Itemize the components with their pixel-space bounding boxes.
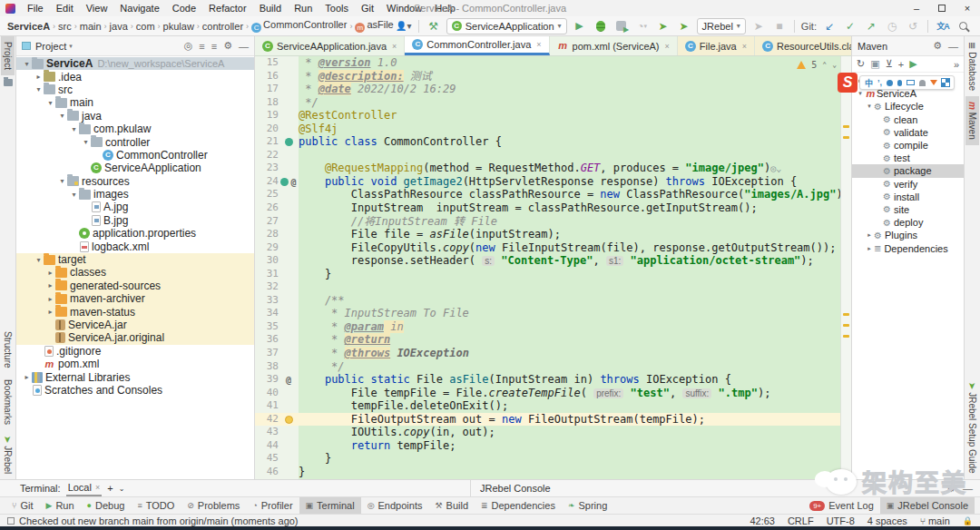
sogou-chinese-mode-icon[interactable]: 中	[865, 77, 873, 89]
tree-chevron-icon[interactable]: ▸	[45, 308, 55, 316]
breadcrumb-item[interactable]: main	[78, 21, 103, 32]
debug-button[interactable]	[593, 18, 609, 34]
sogou-toolbox-icon[interactable]	[942, 79, 949, 86]
maven-item-install[interactable]: ⚙install	[852, 191, 964, 203]
tree-chevron-icon[interactable]: ▾	[57, 112, 67, 120]
toolwindow-button-run[interactable]: ▶Run	[39, 497, 80, 514]
toolwindow-button-jrebel-console[interactable]: ▣JRebel Console	[880, 497, 975, 514]
toolwindow-button-profiler[interactable]: ◔Profiler	[246, 497, 299, 514]
toolwindow-button-todo[interactable]: ≡TODO	[131, 497, 181, 514]
toolwindow-button-spring[interactable]: ❧Spring	[562, 497, 613, 514]
tree-chevron-icon[interactable]: ▾	[57, 177, 67, 185]
menu-navigate[interactable]: Navigate	[113, 3, 165, 14]
maven-item-lifecycle[interactable]: ▾⚙Lifecycle	[852, 100, 964, 113]
sogou-account-icon[interactable]	[919, 80, 926, 86]
toolwindow-button-event-log[interactable]: 9+Event Log	[803, 497, 880, 514]
maven-item-package[interactable]: ⚙package	[852, 164, 964, 177]
tree-item-servicea-jar[interactable]: ServiceA.jar	[16, 319, 254, 331]
tree-item-commoncontroller[interactable]: CCommonController	[16, 149, 254, 162]
menu-git[interactable]: Git	[355, 3, 380, 14]
tree-item-controller[interactable]: ▾controller	[16, 135, 254, 148]
tree-chevron-icon[interactable]: ▸	[865, 231, 874, 239]
tree-chevron-icon[interactable]: ▾	[81, 138, 91, 146]
tree-item--gitignore[interactable]: .gitignore	[16, 345, 254, 358]
tree-chevron-icon[interactable]: ▸	[865, 245, 874, 252]
tree-item-src[interactable]: ▾src	[16, 83, 254, 96]
breadcrumb-item[interactable]: ServiceA	[5, 21, 52, 32]
menu-file[interactable]: File	[21, 3, 50, 14]
git-update-icon[interactable]: ↙	[821, 18, 838, 34]
folder-stripe-icon[interactable]	[4, 79, 13, 86]
panel-settings-gear-icon[interactable]: ⚙	[223, 40, 232, 52]
tool-stripe-maven[interactable]: m Maven	[965, 96, 979, 145]
maven-generate-icon[interactable]: ▣	[870, 58, 879, 70]
toolwindow-button-endpoints[interactable]: ◎Endpoints	[361, 497, 429, 514]
lock-icon[interactable]: 🔒	[963, 516, 973, 525]
jrebel-debug-icon[interactable]: ➤	[676, 18, 692, 34]
inspection-widget[interactable]: 5 ⌃ ⌄	[797, 60, 837, 70]
tree-item-target[interactable]: ▾target	[16, 253, 254, 266]
toolwindow-button-build[interactable]: ⚒Build	[428, 497, 475, 514]
terminal-tab-close-icon[interactable]: ×	[95, 483, 100, 492]
tool-stripe-bookmarks[interactable]: Bookmarks	[1, 374, 15, 430]
maven-item-test[interactable]: ⚙test	[852, 152, 964, 164]
tree-chevron-icon[interactable]: ▸	[45, 281, 55, 290]
tool-stripe-database[interactable]: ≣ Database	[965, 36, 979, 96]
git-push-icon[interactable]: ↗	[863, 18, 879, 34]
maven-item-validate[interactable]: ⚙validate	[852, 126, 964, 139]
tree-item-servicea-jar-original[interactable]: ServiceA.jar.original	[16, 331, 254, 344]
sogou-input-toolbar[interactable]: S 中 ’,	[838, 73, 955, 93]
tree-chevron-icon[interactable]: ▾	[34, 256, 44, 264]
run-button[interactable]: ▶	[572, 18, 588, 34]
build-hammer-icon[interactable]: ⚒	[426, 18, 442, 34]
maven-download-icon[interactable]: ⊻	[886, 58, 893, 70]
status-message[interactable]: Checked out new branch main from origin/…	[19, 515, 299, 526]
tree-chevron-icon[interactable]: ▾	[22, 60, 32, 68]
tree-chevron-icon[interactable]: ▾	[865, 103, 874, 110]
tree-item-java[interactable]: ▾java	[16, 110, 254, 123]
toolwindow-button-problems[interactable]: ⊘Problems	[181, 497, 246, 514]
tab-close-icon[interactable]: ×	[536, 40, 541, 49]
tree-item-b-jpg[interactable]: B.jpg	[16, 214, 254, 227]
jrebel-select[interactable]: JRebel▾	[697, 18, 746, 34]
git-commit-icon[interactable]: ✓	[842, 18, 858, 34]
tree-item-generated-sources[interactable]: ▸generated-sources	[16, 280, 254, 292]
tab-close-icon[interactable]: ×	[665, 42, 670, 51]
menu-window[interactable]: Window	[380, 3, 428, 14]
intention-bulb-icon[interactable]	[285, 416, 293, 424]
file-encoding[interactable]: UTF-8	[827, 515, 855, 526]
toolwindow-button-git[interactable]: ⑂Git	[5, 497, 39, 514]
editor-tab-pom-xml-servicea-[interactable]: mpom.xml (ServiceA)×	[550, 36, 678, 55]
tree-item-logback-xml[interactable]: logback.xml	[16, 240, 254, 252]
tool-stripe-jrebel[interactable]: ➤ JRebel	[1, 430, 15, 479]
toolwindow-button-debug[interactable]: ●Debug	[81, 497, 132, 514]
tree-chevron-icon[interactable]: ▾	[69, 125, 79, 133]
terminal-new-tab-icon[interactable]: +	[107, 483, 113, 494]
prev-warning-icon[interactable]: ⌃	[822, 61, 827, 69]
translate-icon[interactable]: 文A	[935, 18, 951, 34]
terminal-dropdown-icon[interactable]: ⌄	[119, 485, 125, 493]
codewithme-users-icon[interactable]: 👤▾	[396, 18, 412, 34]
editor-tab-serviceaapplication-java[interactable]: CServiceAApplication.java×	[255, 36, 405, 55]
caret-position[interactable]: 42:63	[750, 515, 775, 526]
close-button[interactable]: ×	[955, 0, 980, 16]
tree-chevron-icon[interactable]: ▾	[69, 191, 79, 199]
profiler-button[interactable]: ◔▾	[634, 18, 651, 34]
sogou-keyboard-icon[interactable]	[906, 80, 915, 85]
tool-stripe-structure[interactable]: Structure	[1, 326, 15, 374]
search-icon[interactable]	[956, 18, 972, 34]
project-view-title[interactable]: Project	[35, 41, 66, 52]
tree-item-servicea[interactable]: ▾ServiceAD:\new_workspace\ServiceA	[16, 57, 254, 70]
locate-file-icon[interactable]: ◎	[184, 40, 193, 52]
breadcrumb-item[interactable]: java	[108, 21, 130, 32]
maven-add-icon[interactable]: +	[898, 59, 904, 70]
tool-stripe-jrebel-setup[interactable]: ➤ JRebel Setup Guide	[965, 377, 979, 479]
maven-run-icon[interactable]: ▶	[909, 58, 916, 70]
sogou-mic-icon[interactable]	[897, 80, 902, 86]
breadcrumb-item[interactable]: src	[56, 21, 74, 32]
breadcrumb-item[interactable]: com	[134, 21, 157, 32]
maven-item-site[interactable]: ⚙site	[852, 203, 964, 216]
maven-item-deploy[interactable]: ⚙deploy	[852, 216, 964, 229]
sogou-logo-icon[interactable]: S	[838, 73, 858, 93]
terminal-hide-icon[interactable]: —	[963, 483, 973, 495]
